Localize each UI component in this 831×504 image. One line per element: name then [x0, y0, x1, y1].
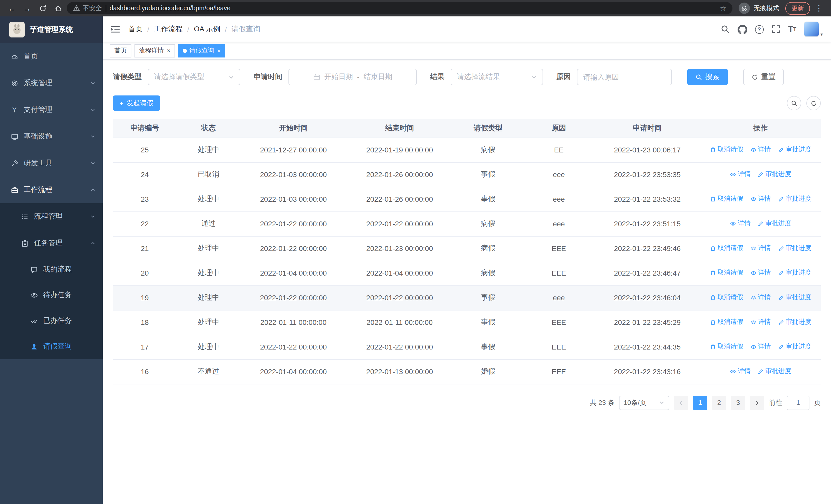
cell-start-time: 2022-01-03 00:00:00: [240, 162, 346, 187]
font-size-button[interactable]: TT: [788, 25, 796, 33]
table-row: 19 处理中 2022-01-22 00:00:00 2022-01-22 00…: [113, 285, 821, 310]
prev-page-button[interactable]: [674, 395, 688, 410]
browser-menu-button[interactable]: ⋮: [812, 4, 826, 13]
browser-back-button[interactable]: ←: [5, 2, 19, 15]
fullscreen-button[interactable]: [771, 25, 780, 34]
cancel-leave-link[interactable]: 取消请假: [710, 195, 743, 204]
cell-actions: 取消请假 详情 审批进度: [700, 236, 821, 261]
sidebar-item-payment[interactable]: ¥ 支付管理: [0, 96, 103, 123]
header-search-button[interactable]: [720, 25, 729, 34]
browser-home-button[interactable]: [51, 2, 65, 15]
github-link[interactable]: [737, 24, 747, 34]
toggle-search-button[interactable]: [787, 96, 801, 110]
cell-end-time: 2022-01-11 00:00:00: [346, 310, 453, 335]
tab-home[interactable]: 首页: [110, 44, 132, 57]
reset-button[interactable]: 重置: [743, 69, 784, 85]
detail-link[interactable]: 详情: [730, 170, 751, 179]
address-bar[interactable]: 不安全 dashboard.yudao.iocoder.cn/bpm/oa/le…: [67, 2, 733, 14]
cancel-leave-link[interactable]: 取消请假: [710, 343, 743, 351]
detail-link[interactable]: 详情: [730, 367, 751, 376]
sidebar-item-leave-query[interactable]: 请假查询: [0, 334, 103, 359]
detail-link[interactable]: 详情: [750, 343, 771, 351]
tab-process-detail[interactable]: 流程详情 ×: [135, 44, 175, 57]
tab-leave-query[interactable]: 请假查询 ×: [178, 44, 225, 57]
sidebar-item-my-processes[interactable]: 我的流程: [0, 257, 103, 282]
detail-link[interactable]: 详情: [750, 146, 771, 154]
sidebar-item-done-tasks[interactable]: 已办任务: [0, 308, 103, 334]
breadcrumb-workflow[interactable]: 工作流程: [154, 25, 183, 34]
progress-link[interactable]: 审批进度: [778, 146, 811, 154]
next-page-button[interactable]: [750, 395, 764, 410]
chevron-down-icon: [90, 161, 95, 166]
page-button-3[interactable]: 3: [731, 395, 745, 410]
chevron-up-icon: [90, 187, 95, 192]
sidebar-item-task-management[interactable]: 任务管理: [0, 230, 103, 257]
reset-button-label: 重置: [761, 72, 776, 82]
pen-icon: [778, 319, 784, 325]
detail-link[interactable]: 详情: [730, 219, 751, 228]
page-size-select[interactable]: 10条/页: [619, 395, 669, 410]
progress-link[interactable]: 审批进度: [778, 318, 811, 327]
help-button[interactable]: ?: [755, 25, 764, 34]
sidebar-toggle-button[interactable]: [111, 25, 120, 33]
list-icon: [21, 213, 29, 220]
progress-link[interactable]: 审批进度: [757, 170, 791, 179]
sidebar-item-workflow[interactable]: 工作流程: [0, 177, 103, 203]
cancel-leave-link[interactable]: 取消请假: [710, 293, 743, 302]
detail-link[interactable]: 详情: [750, 269, 771, 277]
cell-apply-id: 18: [113, 310, 177, 335]
progress-link[interactable]: 审批进度: [778, 269, 811, 277]
cancel-leave-link[interactable]: 取消请假: [710, 146, 743, 154]
security-chip[interactable]: 不安全: [73, 4, 102, 12]
progress-link[interactable]: 审批进度: [778, 195, 811, 204]
sidebar-item-infrastructure[interactable]: 基础设施: [0, 123, 103, 150]
cell-actions: 取消请假 详情 审批进度: [700, 285, 821, 310]
progress-link[interactable]: 审批进度: [757, 219, 791, 228]
sidebar-item-dev-tools[interactable]: 研发工具: [0, 150, 103, 177]
avatar: [804, 22, 820, 37]
progress-link[interactable]: 审批进度: [778, 343, 811, 351]
detail-link[interactable]: 详情: [750, 318, 771, 327]
sidebar-item-system[interactable]: 系统管理: [0, 70, 103, 96]
detail-link[interactable]: 详情: [750, 244, 771, 253]
sidebar-item-label: 基础设施: [24, 132, 52, 141]
browser-refresh-button[interactable]: [36, 2, 49, 15]
search-icon: [695, 73, 702, 80]
page-button-2[interactable]: 2: [712, 395, 726, 410]
result-select[interactable]: 请选择流结果: [451, 69, 543, 85]
pen-icon: [757, 221, 764, 227]
progress-link[interactable]: 审批进度: [757, 367, 791, 376]
close-icon[interactable]: ×: [217, 47, 221, 54]
cancel-leave-link[interactable]: 取消请假: [710, 318, 743, 327]
sidebar-item-label: 已办任务: [43, 316, 72, 325]
browser-update-button[interactable]: 更新: [785, 2, 810, 14]
detail-link[interactable]: 详情: [750, 195, 771, 204]
close-icon[interactable]: ×: [167, 47, 170, 54]
goto-page-input[interactable]: [787, 395, 809, 410]
search-button[interactable]: 搜索: [687, 69, 728, 85]
sidebar-item-label: 请假查询: [43, 342, 72, 351]
app-logo[interactable]: 芋道管理系统: [0, 17, 103, 43]
sidebar-item-pending-tasks[interactable]: 待办任务: [0, 282, 103, 308]
reason-input[interactable]: [577, 69, 672, 85]
leave-type-select[interactable]: 请选择请假类型: [148, 69, 240, 85]
create-leave-button[interactable]: + 发起请假: [113, 95, 160, 111]
progress-link[interactable]: 审批进度: [778, 293, 811, 302]
cancel-leave-link[interactable]: 取消请假: [710, 269, 743, 277]
user-menu[interactable]: ▾: [804, 22, 823, 37]
progress-link[interactable]: 审批进度: [778, 244, 811, 253]
active-tab-dot: [183, 49, 187, 53]
refresh-table-button[interactable]: [806, 96, 821, 110]
omnibox-divider: [106, 5, 106, 11]
breadcrumb-oa-example[interactable]: OA 示例: [194, 25, 221, 34]
bookmark-star-icon[interactable]: ☆: [720, 4, 726, 12]
sidebar-item-home[interactable]: 首页: [0, 43, 103, 70]
page-button-1[interactable]: 1: [693, 395, 707, 410]
screen: ← → 不安全 dashboard.yudao.iocoder.cn/bpm/o…: [0, 0, 831, 504]
apply-time-range-picker[interactable]: 开始日期 - 结束日期: [288, 69, 417, 85]
detail-link[interactable]: 详情: [750, 293, 771, 302]
sidebar-item-process-management[interactable]: 流程管理: [0, 203, 103, 230]
breadcrumb-home[interactable]: 首页: [128, 25, 143, 34]
cancel-leave-link[interactable]: 取消请假: [710, 244, 743, 253]
browser-forward-button[interactable]: →: [21, 2, 34, 15]
